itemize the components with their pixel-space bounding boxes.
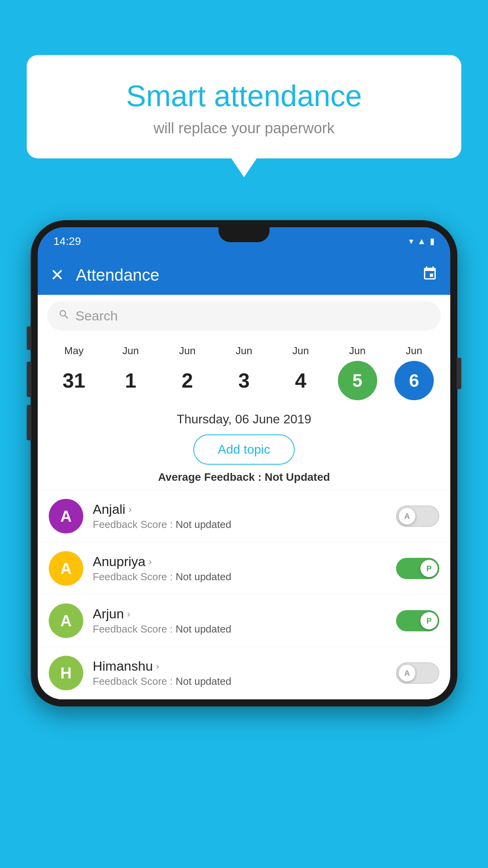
- student-feedback-anjali: Feedback Score : Not updated: [93, 519, 387, 531]
- date-month-6: Jun: [406, 345, 422, 357]
- date-month-4: Jun: [292, 345, 309, 357]
- student-item-himanshu[interactable]: H Himanshu › Feedback Score : Not update…: [38, 647, 450, 699]
- date-day-2: 2: [168, 361, 207, 400]
- attendance-toggle-arjun[interactable]: P: [396, 610, 439, 631]
- chevron-icon: ›: [149, 556, 152, 567]
- student-info-himanshu: Himanshu › Feedback Score : Not updated: [93, 658, 387, 688]
- phone-outer: 14:29 ▾ ▲ ▮ ✕ Attendance: [31, 220, 457, 706]
- date-cell-4[interactable]: Jun 4: [281, 345, 320, 400]
- status-bar: 14:29 ▾ ▲ ▮: [38, 227, 450, 256]
- app-bar: ✕ Attendance: [38, 256, 450, 295]
- silent-button: [27, 405, 31, 440]
- student-item-arjun[interactable]: A Arjun › Feedback Score : Not updated: [38, 595, 450, 647]
- battery-icon: ▮: [430, 236, 435, 246]
- student-info-anjali: Anjali › Feedback Score : Not updated: [93, 502, 387, 531]
- student-name-arjun: Arjun ›: [93, 606, 387, 622]
- date-month-0: May: [64, 345, 84, 357]
- wifi-icon: ▾: [409, 236, 413, 246]
- student-info-anupriya: Anupriya › Feedback Score : Not updated: [93, 554, 387, 583]
- status-icons: ▾ ▲ ▮: [409, 236, 435, 246]
- bubble-subtitle: will replace your paperwork: [46, 120, 442, 137]
- date-cell-3[interactable]: Jun 3: [224, 345, 264, 400]
- phone-frame: 14:29 ▾ ▲ ▮ ✕ Attendance: [31, 220, 457, 868]
- app-background: Smart attendance will replace your paper…: [0, 0, 488, 868]
- app-title: Attendance: [76, 266, 410, 285]
- avatar-anjali: A: [49, 499, 83, 533]
- date-cell-5[interactable]: Jun 5: [338, 345, 377, 400]
- chevron-icon: ›: [127, 609, 130, 620]
- attendance-toggle-anjali[interactable]: A: [396, 506, 439, 527]
- student-item-anjali[interactable]: A Anjali › Feedback Score : Not updated: [38, 490, 450, 542]
- student-name-anjali: Anjali ›: [93, 502, 387, 517]
- chevron-icon: ›: [128, 504, 132, 515]
- toggle-arjun[interactable]: P: [396, 610, 439, 631]
- volume-up-button: [27, 326, 31, 350]
- date-day-1: 1: [111, 361, 150, 400]
- date-day-6: 6: [394, 361, 434, 400]
- calendar-icon[interactable]: [422, 266, 438, 285]
- toggle-knob-arjun: P: [420, 612, 438, 629]
- speech-bubble: Smart attendance will replace your paper…: [27, 55, 461, 158]
- power-button: [457, 358, 461, 389]
- bubble-title: Smart attendance: [46, 79, 442, 113]
- selected-date: Thursday, 06 June 2019: [38, 404, 450, 430]
- avg-feedback-value: Not Updated: [264, 471, 330, 483]
- attendance-toggle-anupriya[interactable]: P: [396, 558, 439, 579]
- date-cell-6[interactable]: Jun 6: [394, 345, 434, 400]
- toggle-knob-himanshu: A: [398, 664, 416, 682]
- avatar-arjun: A: [49, 603, 83, 638]
- feedback-value-arjun: Not updated: [176, 623, 231, 635]
- toggle-anupriya[interactable]: P: [396, 558, 439, 579]
- student-list: A Anjali › Feedback Score : Not updated: [38, 490, 450, 699]
- attendance-toggle-himanshu[interactable]: A: [396, 662, 439, 684]
- search-icon: [58, 309, 70, 324]
- toggle-anjali[interactable]: A: [396, 506, 439, 527]
- toggle-himanshu[interactable]: A: [396, 662, 439, 684]
- feedback-value-anupriya: Not updated: [176, 571, 231, 583]
- toggle-knob-anupriya: P: [420, 560, 438, 577]
- speech-bubble-container: Smart attendance will replace your paper…: [27, 55, 461, 158]
- student-feedback-arjun: Feedback Score : Not updated: [93, 623, 387, 635]
- date-day-0: 31: [54, 361, 94, 400]
- date-day-4: 4: [281, 361, 320, 400]
- student-feedback-anupriya: Feedback Score : Not updated: [93, 571, 387, 583]
- phone-screen: Search May 31 Jun 1 Jun 2: [38, 295, 450, 699]
- feedback-value-himanshu: Not updated: [176, 675, 231, 687]
- add-topic-button[interactable]: Add topic: [193, 434, 294, 465]
- search-placeholder: Search: [75, 308, 118, 324]
- student-feedback-himanshu: Feedback Score : Not updated: [93, 675, 387, 688]
- date-month-2: Jun: [179, 345, 196, 357]
- date-cell-1[interactable]: Jun 1: [111, 345, 150, 400]
- toggle-knob-anjali: A: [398, 508, 416, 525]
- close-button[interactable]: ✕: [50, 267, 64, 283]
- date-cell-2[interactable]: Jun 2: [168, 345, 207, 400]
- phone-notch: [218, 227, 270, 242]
- chevron-icon: ›: [156, 661, 159, 672]
- date-day-5: 5: [338, 361, 377, 400]
- search-bar[interactable]: Search: [47, 301, 441, 331]
- feedback-value-anjali: Not updated: [176, 519, 231, 530]
- status-time: 14:29: [53, 235, 81, 248]
- date-month-3: Jun: [236, 345, 252, 357]
- avg-feedback-label: Average Feedback :: [158, 471, 262, 483]
- student-name-himanshu: Himanshu ›: [93, 658, 387, 674]
- student-item-anupriya[interactable]: A Anupriya › Feedback Score : Not update…: [38, 542, 450, 595]
- date-cell-0[interactable]: May 31: [54, 345, 94, 400]
- date-month-5: Jun: [349, 345, 366, 357]
- date-day-3: 3: [224, 361, 264, 400]
- avatar-anupriya: A: [49, 551, 83, 586]
- volume-down-button: [27, 362, 31, 397]
- avatar-himanshu: H: [49, 656, 83, 690]
- date-month-1: Jun: [122, 345, 139, 357]
- date-strip: May 31 Jun 1 Jun 2 Jun 3: [38, 337, 450, 404]
- signal-icon: ▲: [417, 236, 426, 246]
- student-info-arjun: Arjun › Feedback Score : Not updated: [93, 606, 387, 635]
- student-name-anupriya: Anupriya ›: [93, 554, 387, 569]
- avg-feedback: Average Feedback : Not Updated: [38, 471, 450, 490]
